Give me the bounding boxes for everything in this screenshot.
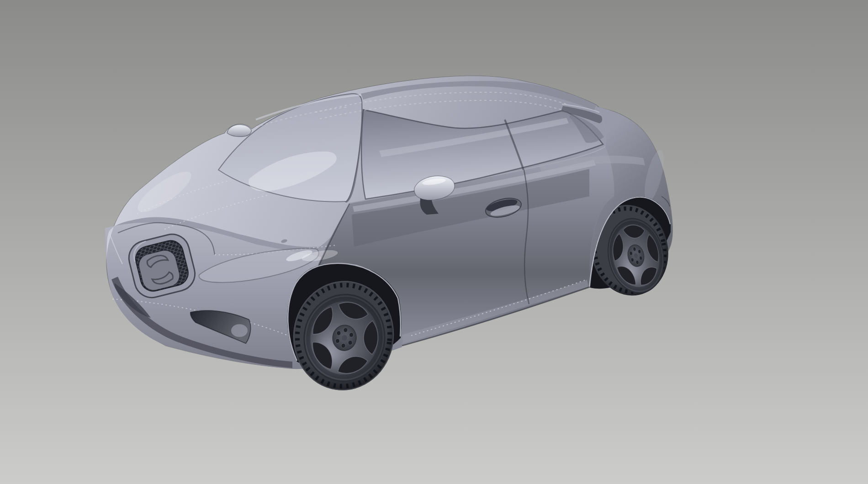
render-viewport[interactable]: 3D viewport render of an unpainted conce… — [0, 0, 868, 484]
viewport-canvas[interactable]: 3D viewport render of an unpainted conce… — [0, 0, 868, 484]
foglamp-pocket — [231, 324, 248, 337]
